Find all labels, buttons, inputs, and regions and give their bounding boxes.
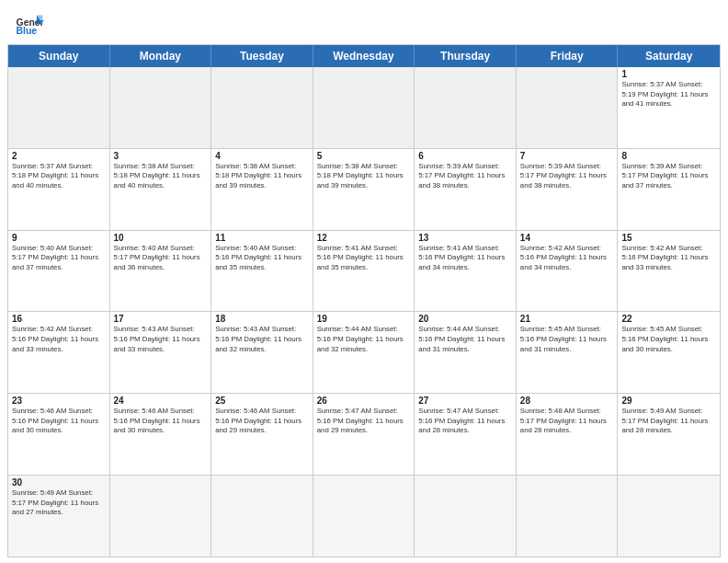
day-cell-15: 15Sunrise: 5:42 AM Sunset: 5:16 PM Dayli… [618,231,720,312]
day-number: 10 [114,233,208,243]
day-header-friday: Friday [517,45,619,67]
weeks: 1Sunrise: 5:37 AM Sunset: 5:19 PM Daylig… [8,67,720,557]
day-cell-21: 21Sunrise: 5:45 AM Sunset: 5:16 PM Dayli… [517,312,619,393]
day-number: 16 [12,314,106,324]
cell-info: Sunrise: 5:46 AM Sunset: 5:16 PM Dayligh… [12,407,106,436]
day-cell-27: 27Sunrise: 5:47 AM Sunset: 5:16 PM Dayli… [415,394,517,475]
empty-cell [517,476,619,557]
day-number: 25 [215,396,309,406]
day-number: 12 [317,233,411,243]
empty-cell [211,476,313,557]
cell-info: Sunrise: 5:44 AM Sunset: 5:16 PM Dayligh… [317,325,411,354]
cell-info: Sunrise: 5:42 AM Sunset: 5:16 PM Dayligh… [12,325,106,354]
day-number: 1 [621,69,716,79]
day-cell-26: 26Sunrise: 5:47 AM Sunset: 5:16 PM Dayli… [313,394,415,475]
day-cell-22: 22Sunrise: 5:45 AM Sunset: 5:16 PM Dayli… [618,312,720,393]
cell-info: Sunrise: 5:37 AM Sunset: 5:18 PM Dayligh… [12,162,106,191]
day-number: 13 [418,233,512,243]
day-number: 27 [418,396,512,406]
day-headers: SundayMondayTuesdayWednesdayThursdayFrid… [8,45,720,67]
calendar: SundayMondayTuesdayWednesdayThursdayFrid… [7,44,721,557]
day-cell-2: 2Sunrise: 5:37 AM Sunset: 5:18 PM Daylig… [8,149,110,230]
day-number: 8 [621,151,716,161]
day-cell-14: 14Sunrise: 5:42 AM Sunset: 5:16 PM Dayli… [517,231,619,312]
day-number: 14 [520,233,614,243]
cell-info: Sunrise: 5:38 AM Sunset: 5:18 PM Dayligh… [317,162,411,191]
week-row-2: 9Sunrise: 5:40 AM Sunset: 5:17 PM Daylig… [8,230,720,312]
cell-info: Sunrise: 5:49 AM Sunset: 5:17 PM Dayligh… [621,407,716,436]
day-number: 11 [215,233,309,243]
day-number: 2 [12,151,106,161]
cell-info: Sunrise: 5:49 AM Sunset: 5:17 PM Dayligh… [12,488,106,518]
day-number: 20 [418,314,512,324]
cell-info: Sunrise: 5:38 AM Sunset: 5:18 PM Dayligh… [114,162,208,191]
day-number: 7 [520,151,614,161]
week-row-4: 23Sunrise: 5:46 AM Sunset: 5:16 PM Dayli… [8,393,720,475]
week-row-5: 30Sunrise: 5:49 AM Sunset: 5:17 PM Dayli… [8,475,720,557]
day-number: 21 [520,314,614,324]
empty-cell [618,476,720,557]
cell-info: Sunrise: 5:44 AM Sunset: 5:16 PM Dayligh… [418,325,512,354]
empty-cell [211,67,313,148]
day-cell-9: 9Sunrise: 5:40 AM Sunset: 5:17 PM Daylig… [8,231,110,312]
day-cell-28: 28Sunrise: 5:48 AM Sunset: 5:17 PM Dayli… [517,394,619,475]
empty-cell [313,476,415,557]
day-number: 4 [215,151,309,161]
day-number: 17 [114,314,208,324]
cell-info: Sunrise: 5:37 AM Sunset: 5:19 PM Dayligh… [621,80,716,109]
day-number: 30 [12,477,106,488]
day-number: 6 [418,151,512,161]
header: General Blue [0,0,728,44]
day-cell-16: 16Sunrise: 5:42 AM Sunset: 5:16 PM Dayli… [8,312,110,393]
day-cell-12: 12Sunrise: 5:41 AM Sunset: 5:16 PM Dayli… [313,231,415,312]
logo-icon: General Blue [15,9,44,39]
week-row-3: 16Sunrise: 5:42 AM Sunset: 5:16 PM Dayli… [8,311,720,393]
day-number: 22 [621,314,716,324]
day-number: 24 [114,396,208,406]
day-cell-30: 30Sunrise: 5:49 AM Sunset: 5:17 PM Dayli… [8,476,110,557]
day-cell-24: 24Sunrise: 5:46 AM Sunset: 5:16 PM Dayli… [110,394,212,475]
day-cell-29: 29Sunrise: 5:49 AM Sunset: 5:17 PM Dayli… [618,394,720,475]
cell-info: Sunrise: 5:47 AM Sunset: 5:16 PM Dayligh… [317,407,411,436]
day-header-monday: Monday [110,45,212,67]
day-cell-20: 20Sunrise: 5:44 AM Sunset: 5:16 PM Dayli… [415,312,517,393]
day-cell-6: 6Sunrise: 5:39 AM Sunset: 5:17 PM Daylig… [415,149,517,230]
day-number: 9 [12,233,106,243]
day-number: 26 [317,396,411,406]
cell-info: Sunrise: 5:46 AM Sunset: 5:16 PM Dayligh… [215,407,309,436]
empty-cell [313,67,415,148]
cell-info: Sunrise: 5:41 AM Sunset: 5:16 PM Dayligh… [317,244,411,273]
day-number: 15 [621,233,716,243]
day-cell-11: 11Sunrise: 5:40 AM Sunset: 5:16 PM Dayli… [211,231,313,312]
day-header-thursday: Thursday [415,45,517,67]
empty-cell [110,67,212,148]
day-number: 19 [317,314,411,324]
day-cell-10: 10Sunrise: 5:40 AM Sunset: 5:17 PM Dayli… [110,231,212,312]
day-cell-1: 1Sunrise: 5:37 AM Sunset: 5:19 PM Daylig… [618,67,720,148]
page: General Blue SundayMondayTuesdayWednesda… [0,0,728,563]
cell-info: Sunrise: 5:42 AM Sunset: 5:16 PM Dayligh… [621,244,716,273]
empty-cell [8,67,110,148]
day-cell-19: 19Sunrise: 5:44 AM Sunset: 5:16 PM Dayli… [313,312,415,393]
day-cell-23: 23Sunrise: 5:46 AM Sunset: 5:16 PM Dayli… [8,394,110,475]
day-header-wednesday: Wednesday [313,45,415,67]
day-header-sunday: Sunday [8,45,110,67]
empty-cell [517,67,619,148]
cell-info: Sunrise: 5:45 AM Sunset: 5:16 PM Dayligh… [520,325,614,354]
cell-info: Sunrise: 5:43 AM Sunset: 5:16 PM Dayligh… [114,325,208,354]
cell-info: Sunrise: 5:41 AM Sunset: 5:16 PM Dayligh… [418,244,512,273]
empty-cell [415,476,517,557]
day-number: 5 [317,151,411,161]
cell-info: Sunrise: 5:42 AM Sunset: 5:16 PM Dayligh… [520,244,614,273]
day-cell-17: 17Sunrise: 5:43 AM Sunset: 5:16 PM Dayli… [110,312,212,393]
cell-info: Sunrise: 5:40 AM Sunset: 5:17 PM Dayligh… [114,244,208,273]
week-row-0: 1Sunrise: 5:37 AM Sunset: 5:19 PM Daylig… [8,67,720,148]
cell-info: Sunrise: 5:48 AM Sunset: 5:17 PM Dayligh… [520,407,614,436]
day-number: 3 [114,151,208,161]
day-cell-18: 18Sunrise: 5:43 AM Sunset: 5:16 PM Dayli… [211,312,313,393]
empty-cell [415,67,517,148]
day-number: 23 [12,396,106,406]
svg-text:Blue: Blue [17,26,38,36]
day-cell-5: 5Sunrise: 5:38 AM Sunset: 5:18 PM Daylig… [313,149,415,230]
day-cell-25: 25Sunrise: 5:46 AM Sunset: 5:16 PM Dayli… [211,394,313,475]
